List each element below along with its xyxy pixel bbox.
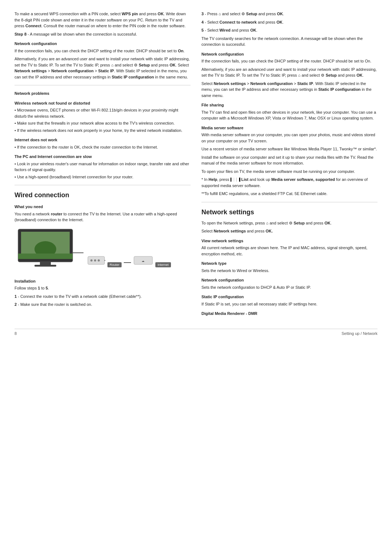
- network-config3-heading: Network configuration: [201, 277, 377, 283]
- gear-icon-ref-left: ⚙: [134, 63, 138, 67]
- media-server-heading: Media server software: [201, 125, 377, 131]
- svg-rect-6: [34, 265, 56, 267]
- home-icon-right: ⌂: [298, 73, 301, 77]
- network-type-heading: Network type: [201, 260, 377, 267]
- step5-text: 5 - Select Wired and press OK.: [201, 27, 377, 33]
- step2-text: 2 - Make sure that the router is switche…: [15, 301, 191, 308]
- svg-text:☁: ☁: [142, 259, 144, 263]
- network-settings-intro: To open the Network settings, press ⌂ an…: [201, 220, 377, 226]
- wired-connection-heading: Wired connection: [15, 190, 191, 200]
- pc-heading: The PC and Internet connection are slow: [15, 154, 191, 160]
- network-config-heading-left: Network configuration: [15, 41, 191, 47]
- wireless-heading: Wireless network not found or distorted: [15, 100, 191, 106]
- step5-note: The TV constantly searches for the netwo…: [201, 36, 377, 48]
- home-icon-step3: ⌂: [219, 12, 221, 16]
- pc-bullet-2: • Use a high-speed (broadband) Internet …: [15, 174, 191, 180]
- internet-label: Internet: [155, 262, 171, 267]
- network-config-heading-right: Network configuration: [201, 51, 377, 57]
- wireless-bullet-2: • Make sure that the firewalls in your n…: [15, 120, 191, 126]
- gear-icon-ns: ⚙: [289, 221, 293, 225]
- installation-heading: Installation: [15, 278, 191, 284]
- footer-section-label: Setting up / Network: [342, 331, 377, 336]
- pc-bullet-1: • Look in your wireless router's user ma…: [15, 161, 191, 173]
- svg-point-10: [94, 259, 96, 262]
- wireless-bullet-1: • Microwave ovens, DECT phones or other …: [15, 107, 191, 119]
- intro-paragraph: To make a secured WPS connection with a …: [15, 11, 191, 29]
- installation-steps: Follow steps 1 to 5.: [15, 285, 191, 291]
- static-ip-heading: Static IP configuration: [201, 294, 377, 300]
- router-svg: [87, 255, 105, 267]
- network-settings-heading: Network settings: [201, 207, 377, 217]
- home-icon-ns: ⌂: [266, 221, 269, 225]
- file-sharing-body: The TV can find and open files on other …: [201, 109, 377, 121]
- left-column: To make a secured WPS connection with a …: [15, 11, 191, 318]
- network-type-body: Sets the network to Wired or Wireless.: [201, 268, 377, 274]
- svg-rect-5: [40, 262, 51, 265]
- svg-rect-4: [18, 254, 73, 259]
- gear-icon-right: ⚙: [321, 73, 324, 77]
- network-config-body2-left: Alternatively, if you are an advanced us…: [15, 56, 191, 80]
- network-settings-select: Select Network settings and press OK.: [201, 228, 377, 234]
- router-label: Router: [107, 262, 122, 267]
- internet-bullet-1: • If the connection to the router is OK,…: [15, 144, 191, 150]
- internet-heading: Internet does not work: [15, 137, 191, 143]
- what-you-need-heading: What you need: [15, 204, 191, 210]
- right-column: 3 - Press ⌂ and select ⚙ Setup and press…: [201, 11, 377, 318]
- media-server-body4: To open your files on TV, the media serv…: [201, 169, 377, 175]
- footer: 8 Setting up / Network: [15, 329, 377, 336]
- gear-icon-step3: ⚙: [241, 12, 245, 16]
- network-config-body3-right: Select Network settings > Network config…: [201, 81, 377, 99]
- what-you-need-body: You need a network router to connect the…: [15, 211, 191, 223]
- file-sharing-heading: File sharing: [201, 102, 377, 108]
- svg-point-9: [90, 259, 93, 262]
- step3-text: 3 - Press ⌂ and select ⚙ Setup and press…: [201, 11, 377, 17]
- step8-text: Step 8 - A message will be shown when th…: [15, 31, 191, 37]
- network-config3-body: Sets the network configuration to DHCP &…: [201, 284, 377, 291]
- divider-2: [15, 185, 191, 185]
- step4-text: 4 - Select Connect to network and press …: [201, 19, 377, 25]
- view-network-body: All current network settings are shown h…: [201, 245, 377, 257]
- router-internet-devices: Router ☁ Internet: [87, 255, 171, 267]
- network-problems-heading: Network problems: [15, 90, 191, 97]
- internet-svg: ☁: [133, 255, 153, 267]
- divider-right-1: [201, 202, 377, 202]
- svg-point-11: [98, 259, 100, 262]
- cable-line: [124, 262, 131, 263]
- home-icon-left: ⌂: [111, 63, 114, 67]
- media-server-body1: With media server software on your compu…: [201, 132, 377, 144]
- wired-diagram: Router ☁ Internet: [15, 227, 191, 275]
- dmr-heading: Digital Media Renderer - DMR: [201, 311, 377, 317]
- media-server-body3: Install the software on your computer an…: [201, 154, 377, 166]
- media-server-note: * In Help, press ███ List and look up Me…: [201, 177, 377, 189]
- network-config-body2-right: Alternatively, if you are an advanced us…: [201, 66, 377, 78]
- network-config-body1-right: If the connection fails, you can check t…: [201, 58, 377, 64]
- step1-text: 1 - Connect the router to the TV with a …: [15, 293, 191, 300]
- footer-page-number: 8: [15, 331, 17, 336]
- static-ip-body: If Static IP is set, you can set all nec…: [201, 301, 377, 307]
- tv-svg: [15, 227, 87, 275]
- network-config-body1-left: If the connection fails, you can check t…: [15, 48, 191, 54]
- help-bar: ███: [230, 178, 240, 182]
- media-server-body2: Use a recent version of media server sof…: [201, 146, 377, 152]
- wireless-bullet-3: • If the wireless network does not work …: [15, 127, 191, 134]
- view-network-heading: View network settings: [201, 238, 377, 244]
- emc-note: **To fulfill EMC regulations, use a shie…: [201, 191, 377, 197]
- divider-1: [15, 85, 191, 85]
